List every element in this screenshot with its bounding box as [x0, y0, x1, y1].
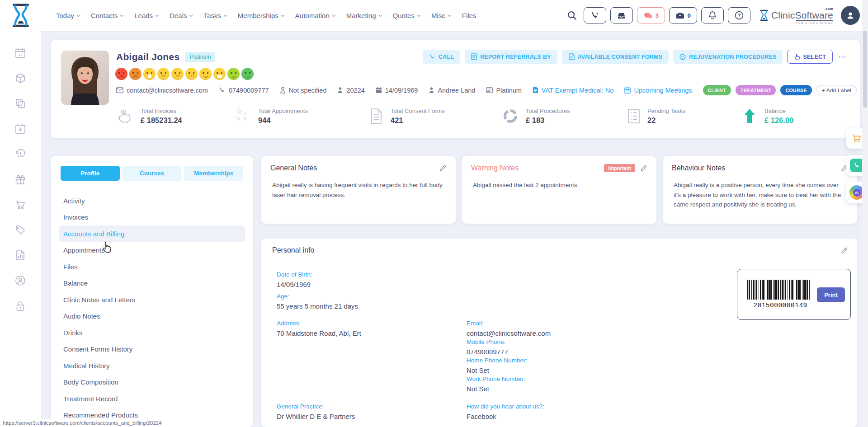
- chat-button[interactable]: 3: [637, 7, 665, 23]
- edit-pencil-icon[interactable]: [640, 164, 647, 172]
- client-phone[interactable]: 07490009777: [219, 87, 269, 94]
- menu-item-drinks[interactable]: Drinks: [59, 324, 245, 341]
- brand-logo[interactable]: ClinicSoftware.comTEN STEPS AHEAD: [759, 9, 833, 22]
- app-root: Today Contacts Leads Deals Tasks Members…: [0, 0, 868, 427]
- nav-memberships[interactable]: Memberships: [238, 12, 285, 19]
- stat-balance: Balance£ 126.00: [741, 108, 793, 125]
- nav-automation[interactable]: Automation: [295, 12, 336, 19]
- menu-item-medical-history[interactable]: Medical History: [59, 357, 245, 374]
- menu-item-invoices[interactable]: Invoices: [59, 209, 245, 226]
- mood-face-icon[interactable]: [185, 68, 198, 80]
- client-name-row: Abigail Jones Platinum: [116, 52, 215, 62]
- nav-label: Tasks: [203, 12, 221, 19]
- menu-item-treatment-record[interactable]: Treatment Record: [59, 390, 245, 407]
- menu-item-body-composition[interactable]: Body Composition: [59, 374, 245, 391]
- report-referrals-button[interactable]: REPORT REFERRALS BY: [465, 50, 557, 64]
- products-cube-icon[interactable]: [14, 72, 26, 84]
- lock-icon[interactable]: [14, 300, 26, 312]
- edit-pencil-icon[interactable]: [439, 164, 447, 172]
- mood-face-icon[interactable]: [129, 68, 142, 80]
- nav-tasks[interactable]: Tasks: [203, 12, 227, 19]
- chevron-down-icon: [378, 14, 382, 17]
- user-permissions-icon[interactable]: [14, 275, 26, 286]
- pos-button[interactable]: 0: [669, 7, 697, 23]
- select-button[interactable]: SELECT: [787, 50, 833, 64]
- mood-face-icon[interactable]: [199, 68, 212, 80]
- consent-forms-button[interactable]: AVAILABLE CONSENT FORMS: [562, 50, 669, 64]
- search-icon[interactable]: [567, 10, 577, 20]
- menu-item-files[interactable]: Files: [59, 258, 245, 275]
- app-logo-icon[interactable]: [10, 3, 32, 28]
- edit-pencil-icon[interactable]: [840, 247, 848, 254]
- field-hear-about-us: How did you hear about us?:Facebook: [467, 403, 544, 420]
- menu-item-clinic-notes[interactable]: Clinic Notes and Letters: [59, 291, 245, 308]
- menu-item-balance[interactable]: Balance: [59, 275, 245, 292]
- tab-courses[interactable]: Courses: [123, 166, 182, 181]
- chevron-down-icon: [189, 14, 193, 17]
- user-avatar[interactable]: [841, 6, 860, 25]
- warning-notes-title: Warning Notes: [471, 164, 519, 172]
- client-photo[interactable]: [61, 51, 109, 105]
- general-notes-title: General Notes: [270, 164, 317, 172]
- client-gender: Not specified: [280, 87, 327, 94]
- nav-contacts[interactable]: Contacts: [91, 12, 124, 19]
- label-treatment[interactable]: TREATMENT: [736, 85, 776, 95]
- tab-profile[interactable]: Profile: [61, 166, 120, 181]
- menu-item-appointments[interactable]: Appointments: [59, 242, 245, 259]
- menu-item-activity[interactable]: Activity: [59, 192, 245, 209]
- nav-misc[interactable]: Misc: [431, 12, 452, 19]
- stat-total-appointments: ☆☆☆☆ Total Appointments944: [235, 108, 308, 125]
- price-tag-icon[interactable]: [14, 224, 26, 236]
- field-address: Address:70 Maidstone Road, Abl, Ert: [277, 320, 361, 337]
- label-course[interactable]: COURSE: [780, 85, 811, 95]
- vertical-scrollbar[interactable]: [862, 0, 868, 427]
- client-email[interactable]: contact@clinicsoftware.com: [116, 87, 208, 94]
- help-button[interactable]: ?: [728, 7, 750, 23]
- nav-files[interactable]: Files: [462, 12, 476, 19]
- inbox-button[interactable]: [610, 7, 633, 23]
- calendar-icon[interactable]: 12: [14, 47, 26, 59]
- report-chart-icon[interactable]: [14, 249, 26, 261]
- menu-item-audio-notes[interactable]: Audio Notes: [59, 308, 245, 325]
- brand-tld: .com: [825, 7, 833, 11]
- calendar-icon: [376, 87, 382, 94]
- mood-face-icon[interactable]: [143, 68, 156, 80]
- scrollbar-thumb[interactable]: [863, 31, 867, 108]
- vat-exempt-link[interactable]: VAT Exempt Medical: No: [533, 87, 614, 94]
- label-client[interactable]: CLIENT: [703, 85, 731, 95]
- gender-icon: [280, 87, 286, 94]
- client-owner: Andree Land: [429, 87, 475, 94]
- mood-face-icon[interactable]: [157, 68, 170, 80]
- print-button[interactable]: Print: [817, 287, 845, 302]
- shop-cart-icon[interactable]: [14, 199, 26, 211]
- mood-face-icon[interactable]: [115, 68, 127, 80]
- copy-layers-icon[interactable]: [14, 98, 26, 109]
- nav-today[interactable]: Today: [56, 12, 80, 19]
- calendar-import-icon[interactable]: [14, 123, 26, 135]
- menu-item-accounts-and-billing[interactable]: Accounts and Billing: [59, 225, 245, 242]
- membership-card-icon: [486, 87, 493, 93]
- nav-quotes[interactable]: Quotes: [393, 12, 421, 19]
- tab-memberships[interactable]: Memberships: [184, 166, 243, 181]
- dialer-button[interactable]: [584, 7, 606, 23]
- pos-count-badge: 0: [688, 12, 691, 19]
- gift-icon[interactable]: [14, 174, 26, 185]
- history-icon[interactable]: [14, 148, 26, 160]
- mood-face-icon[interactable]: [241, 68, 254, 80]
- menu-item-consent-forms-history[interactable]: Consent Forms History: [59, 341, 245, 358]
- add-label-button[interactable]: + Add Label: [816, 85, 857, 95]
- more-options-button[interactable]: ⋯: [837, 52, 848, 62]
- upcoming-meetings-link[interactable]: 12Upcoming Meetings: [624, 87, 692, 94]
- rejuvenation-button[interactable]: REJUVENATION PROCEDURES: [673, 50, 783, 64]
- document-icon: [533, 87, 538, 94]
- nav-marketing[interactable]: Marketing: [346, 12, 382, 19]
- call-button[interactable]: CALL: [423, 50, 460, 64]
- mood-face-icon[interactable]: [171, 68, 184, 80]
- nav-leads[interactable]: Leads: [134, 12, 159, 19]
- tier-badge: Platinum: [185, 52, 215, 62]
- mood-face-icon[interactable]: [213, 68, 226, 80]
- nav-deals[interactable]: Deals: [170, 12, 193, 19]
- mood-face-icon[interactable]: [227, 68, 240, 80]
- notifications-button[interactable]: [701, 7, 724, 23]
- main-nav: Today Contacts Leads Deals Tasks Members…: [56, 0, 476, 31]
